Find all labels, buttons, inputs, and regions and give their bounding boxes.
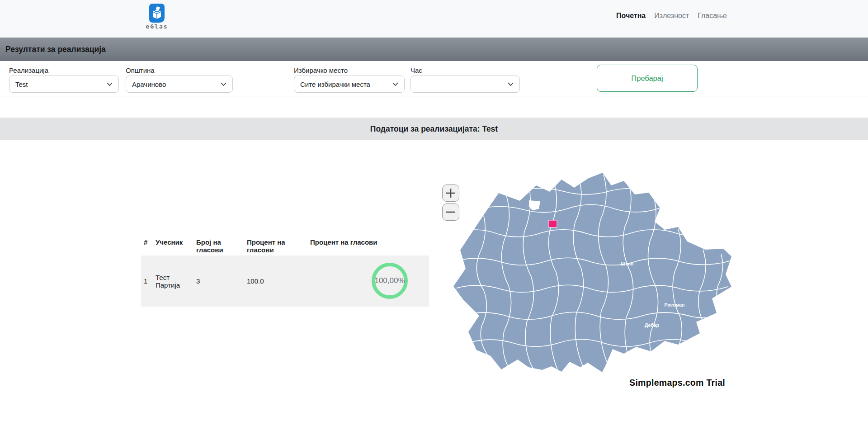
- chevron-down-icon: [392, 82, 398, 86]
- filter-realization: Реализација Test: [9, 67, 119, 93]
- hour-label: Час: [410, 67, 520, 74]
- table-header-row: # Учесник Број на гласови Процент на гла…: [141, 238, 429, 252]
- results-table: # Учесник Број на гласови Процент на гла…: [141, 238, 429, 307]
- country-shape: [453, 173, 731, 372]
- header-percent: Процент на гласови: [244, 238, 307, 254]
- filter-municipality: Општина Арачиново: [126, 67, 233, 93]
- filter-polling-station: Избирачко место Сите избирачки места: [294, 67, 405, 93]
- header-index: #: [141, 238, 153, 246]
- row-percent: 100.0: [244, 277, 307, 285]
- page-title: Резултати за реализација: [0, 38, 868, 61]
- map-label-shtip: Штип: [621, 261, 634, 266]
- realization-label: Реализација: [9, 67, 119, 74]
- realization-select[interactable]: Test: [9, 76, 119, 93]
- chevron-down-icon: [221, 82, 226, 86]
- map-label-rosoman: Росоман: [665, 302, 685, 307]
- brand-name: eGlas: [142, 23, 171, 30]
- top-navbar: eGlas Почетна Излезност Гласање: [0, 0, 868, 38]
- map-attribution: Simplemaps.com Trial: [561, 378, 725, 388]
- municipality-label: Општина: [126, 67, 233, 74]
- section-title-bar: Податоци за реализацијата: Test: [0, 118, 868, 140]
- percent-donut: 100,00%: [372, 263, 408, 299]
- chevron-down-icon: [107, 82, 113, 86]
- nav-item-turnout[interactable]: Излезност: [654, 12, 689, 20]
- row-index: 1: [141, 277, 153, 285]
- polling-station-value: Сите избирачки места: [300, 80, 370, 88]
- section-title: Податоци за реализацијата: Test: [370, 124, 498, 134]
- spacer: [0, 96, 868, 118]
- hour-select[interactable]: [410, 76, 520, 93]
- municipality-select[interactable]: Арачиново: [126, 76, 233, 93]
- main-nav: Почетна Излезност Гласање: [616, 12, 727, 20]
- row-participant: Тест Партија: [153, 274, 193, 289]
- polling-station-select[interactable]: Сите избирачки места: [294, 76, 405, 93]
- table-row: 1 Тест Партија 3 100.0 100,00%: [141, 255, 429, 307]
- header-percent-2: Процент на гласови: [307, 238, 429, 246]
- chevron-down-icon: [508, 82, 514, 86]
- header-votes: Број на гласови: [193, 238, 244, 254]
- header-participant: Учесник: [153, 238, 193, 246]
- macedonia-map[interactable]: Штип Росоман Дебар: [452, 173, 732, 374]
- filter-hour: Час: [410, 67, 520, 93]
- search-button[interactable]: Пребарај: [597, 65, 698, 92]
- nav-item-voting[interactable]: Гласање: [698, 12, 727, 20]
- ballot-box-icon: [149, 4, 165, 23]
- brand-logo[interactable]: eGlas: [142, 4, 171, 30]
- page-title-bar: Резултати за реализација: [0, 38, 868, 61]
- municipality-value: Арачиново: [132, 80, 166, 88]
- filters-bar: Реализација Test Општина Арачиново Избир…: [0, 61, 868, 96]
- content-area: # Учесник Број на гласови Процент на гла…: [0, 140, 868, 421]
- row-votes: 3: [193, 277, 244, 285]
- percent-donut-label: 100,00%: [374, 276, 405, 285]
- polling-station-label: Избирачко место: [294, 67, 405, 74]
- realization-value: Test: [15, 80, 28, 88]
- selected-municipality-marker[interactable]: [548, 220, 557, 227]
- map-label-debar: Дебар: [645, 322, 659, 328]
- nav-item-home[interactable]: Почетна: [616, 12, 646, 20]
